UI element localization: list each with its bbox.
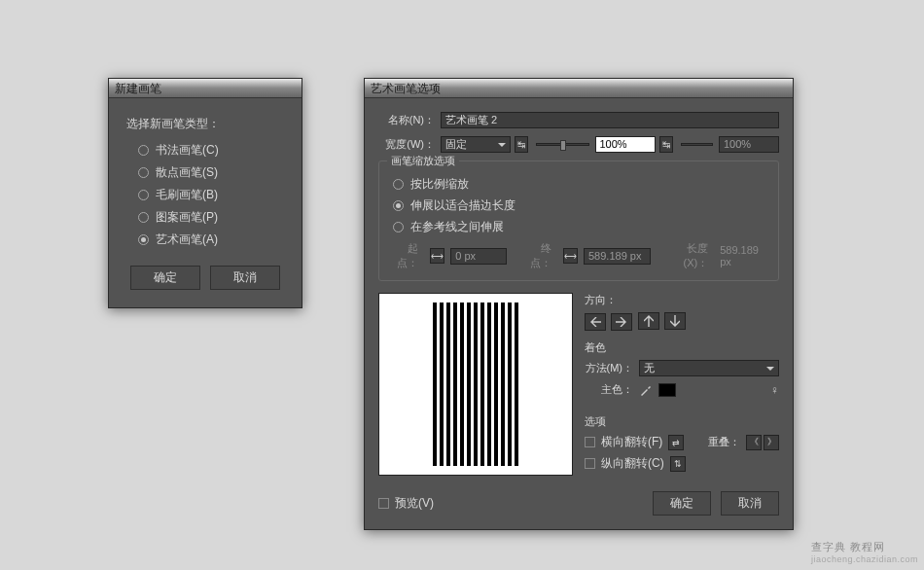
- stepper-icon: ⟷: [563, 248, 578, 264]
- radio-icon: [138, 145, 149, 156]
- width-value[interactable]: 100%: [595, 136, 656, 153]
- flip-x-label: 横向翻转(F): [601, 434, 662, 450]
- end-label: 终点：: [522, 241, 551, 270]
- width-label: 宽度(W)：: [378, 137, 435, 152]
- flip-x-icon: ⇄: [668, 435, 684, 450]
- overlap-label: 重叠：: [708, 435, 740, 449]
- brush-preview: [378, 293, 573, 476]
- width-slider[interactable]: [536, 143, 589, 146]
- flip-y-label: 纵向翻转(C): [601, 455, 664, 472]
- width-slider-2[interactable]: [681, 143, 714, 146]
- eyedropper-icon[interactable]: [639, 383, 653, 397]
- cancel-button[interactable]: 取消: [721, 491, 779, 516]
- cancel-button[interactable]: 取消: [210, 266, 280, 290]
- radio-icon: [393, 179, 404, 190]
- radio-stretch-guides[interactable]: 在参考线之间伸展: [393, 219, 768, 235]
- direction-down-button[interactable]: [664, 312, 686, 330]
- start-label: 起点：: [389, 241, 418, 270]
- flip-y-checkbox[interactable]: [585, 458, 595, 469]
- art-brush-options-dialog: 艺术画笔选项 名称(N)： 宽度(W)： 固定 ↹ 100% ↹ 100% 画笔…: [364, 78, 794, 530]
- scale-fieldset: 画笔缩放选项 按比例缩放 伸展以适合描边长度 在参考线之间伸展 起点： ⟷ 0 …: [378, 160, 779, 281]
- preview-checkbox[interactable]: [378, 498, 389, 509]
- scale-legend: 画笔缩放选项: [387, 154, 459, 168]
- direction-left-button[interactable]: [585, 313, 606, 331]
- direction-section: 方向：: [585, 293, 779, 331]
- options-label: 选项: [585, 414, 779, 429]
- radio-icon-selected: [393, 200, 404, 211]
- radio-icon: [138, 212, 149, 223]
- radio-art[interactable]: 艺术画笔(A): [138, 232, 284, 248]
- radio-icon: [138, 167, 149, 178]
- stepper-icon: ⟷: [430, 248, 444, 264]
- length-label: 长度(X)：: [666, 241, 709, 270]
- flip-y-icon: ⇅: [670, 456, 686, 472]
- radio-icon: [138, 190, 149, 200]
- radio-bristle[interactable]: 毛刷画笔(B): [138, 187, 284, 203]
- preview-stripes: [432, 303, 519, 466]
- dialog-titlebar[interactable]: 艺术画笔选项: [365, 79, 793, 98]
- dialog-titlebar[interactable]: 新建画笔: [109, 79, 302, 98]
- dialog-title: 新建画笔: [115, 82, 161, 95]
- ok-button[interactable]: 确定: [653, 491, 711, 516]
- chain-icon[interactable]: ↹: [515, 136, 528, 153]
- name-input[interactable]: [441, 112, 779, 128]
- radio-pattern[interactable]: 图案画笔(P): [138, 209, 284, 226]
- radio-stretch-fit[interactable]: 伸展以适合描边长度: [393, 197, 768, 214]
- direction-label: 方向：: [585, 293, 779, 307]
- length-value: 589.189 px: [720, 244, 768, 267]
- ok-button[interactable]: 确定: [130, 266, 200, 290]
- radio-icon-selected: [138, 234, 149, 245]
- radio-calligraphic[interactable]: 书法画笔(C): [138, 142, 284, 159]
- overlap-option-1[interactable]: 《: [746, 435, 762, 450]
- preview-label: 预览(V): [395, 495, 434, 512]
- chain-icon[interactable]: ↹: [659, 136, 673, 153]
- method-label: 方法(M)：: [585, 361, 633, 375]
- flip-x-checkbox[interactable]: [585, 437, 595, 447]
- watermark: 查字典 教程网 jiaocheng.chazidian.com: [811, 540, 918, 564]
- radio-scatter[interactable]: 散点画笔(S): [138, 164, 284, 181]
- width-mode-select[interactable]: 固定: [441, 136, 511, 153]
- name-label: 名称(N)：: [378, 113, 435, 127]
- tip-icon[interactable]: ♀: [770, 383, 779, 397]
- direction-right-button[interactable]: [611, 313, 632, 331]
- colorize-section: 着色 方法(M)： 无 主色： ♀: [585, 340, 779, 405]
- new-brush-dialog: 新建画笔 选择新画笔类型： 书法画笔(C) 散点画笔(S) 毛刷画笔(B) 图案…: [108, 78, 302, 308]
- key-color-label: 主色：: [585, 382, 633, 397]
- start-value: 0 px: [450, 248, 507, 265]
- options-section: 选项 横向翻转(F) ⇄ 重叠： 《 》 纵向翻转(C) ⇅: [585, 414, 779, 480]
- direction-up-button[interactable]: [638, 312, 659, 330]
- key-color-swatch[interactable]: [658, 383, 676, 397]
- slider-handle[interactable]: [560, 140, 566, 151]
- overlap-option-2[interactable]: 》: [764, 435, 779, 450]
- radio-icon: [393, 222, 404, 232]
- dialog-title: 艺术画笔选项: [371, 82, 441, 95]
- end-value: 589.189 px: [584, 248, 651, 265]
- prompt-text: 选择新画笔类型：: [126, 116, 284, 132]
- colorize-label: 着色: [585, 340, 779, 355]
- width-value-2: 100%: [719, 136, 779, 153]
- method-select[interactable]: 无: [639, 360, 779, 376]
- radio-proportional[interactable]: 按比例缩放: [393, 176, 768, 193]
